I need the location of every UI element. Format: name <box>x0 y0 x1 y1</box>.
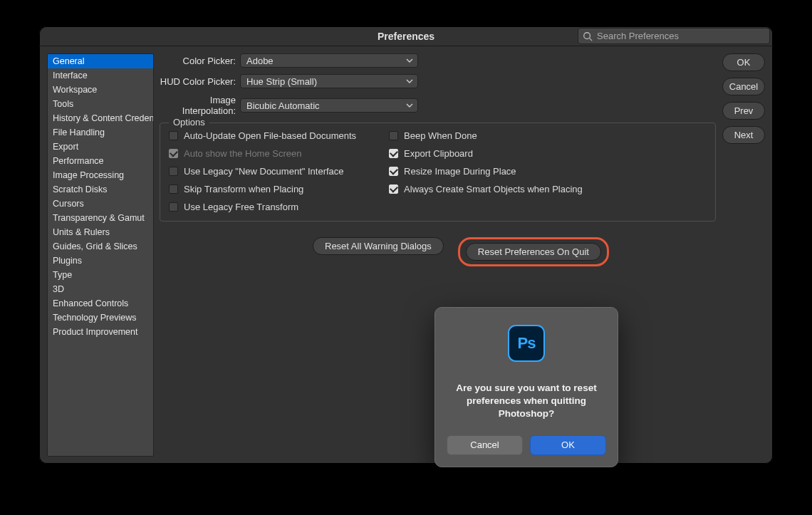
sidebar-item[interactable]: General <box>48 54 153 68</box>
sidebar-item[interactable]: Product Improvement <box>48 325 153 339</box>
hud-color-picker-value: Hue Strip (Small) <box>246 76 317 87</box>
dialog-body: GeneralInterfaceWorkspaceToolsHistory & … <box>39 46 773 464</box>
sidebar-item[interactable]: Interface <box>48 68 153 83</box>
options-left-column: Auto-Update Open File-based DocumentsAut… <box>169 130 356 212</box>
sidebar-item[interactable]: History & Content Credentials <box>48 111 153 125</box>
color-picker-label: Color Picker: <box>160 56 240 66</box>
search-input[interactable] <box>597 31 765 41</box>
option-checkbox-row[interactable]: Always Create Smart Objects when Placing <box>389 184 583 194</box>
checkbox-icon <box>169 184 178 194</box>
main-panel: Color Picker: Adobe HUD Color Picker: Hu… <box>160 53 765 457</box>
image-interpolation-value: Bicubic Automatic <box>246 100 320 111</box>
chevron-down-icon <box>406 78 413 85</box>
prev-button[interactable]: Prev <box>722 102 765 120</box>
checkbox-icon <box>389 184 398 194</box>
photoshop-app-icon: Ps <box>508 325 545 362</box>
sidebar-item[interactable]: Units & Rulers <box>48 225 153 239</box>
right-button-column: OK Cancel Prev Next <box>722 53 765 144</box>
option-label: Beep When Done <box>404 130 477 141</box>
color-picker-value: Adobe <box>246 56 274 66</box>
option-checkbox-row[interactable]: Resize Image During Place <box>389 166 583 177</box>
hud-color-picker-select[interactable]: Hue Strip (Small) <box>240 74 418 88</box>
option-label: Auto-Update Open File-based Documents <box>184 130 356 141</box>
modal-cancel-button[interactable]: Cancel <box>447 435 523 455</box>
sidebar-item[interactable]: Transparency & Gamut <box>48 211 153 225</box>
option-label: Auto show the Home Screen <box>184 148 301 159</box>
cancel-button[interactable]: Cancel <box>722 78 765 95</box>
option-checkbox-row[interactable]: Auto-Update Open File-based Documents <box>169 130 356 141</box>
sidebar-item[interactable]: Technology Previews <box>48 311 153 325</box>
options-right-column: Beep When DoneExport ClipboardResize Ima… <box>389 130 583 212</box>
checkbox-icon <box>169 131 178 140</box>
modal-button-row: Cancel OK <box>447 435 606 455</box>
sidebar-item[interactable]: Export <box>48 140 153 154</box>
option-checkbox-row: Auto show the Home Screen <box>169 148 356 159</box>
svg-point-0 <box>584 32 590 38</box>
option-label: Resize Image During Place <box>404 166 516 177</box>
option-checkbox-row[interactable]: Beep When Done <box>389 130 583 141</box>
titlebar: Preferences <box>39 26 773 46</box>
color-picker-select[interactable]: Adobe <box>240 53 418 68</box>
image-interpolation-select[interactable]: Bicubic Automatic <box>240 98 418 113</box>
sidebar-item[interactable]: File Handling <box>48 125 153 140</box>
checkbox-icon <box>389 167 398 176</box>
option-label: Skip Transform when Placing <box>184 184 303 194</box>
sidebar-item[interactable]: Performance <box>48 154 153 168</box>
checkbox-icon <box>389 149 398 158</box>
sidebar-item[interactable]: Guides, Grid & Slices <box>48 239 153 254</box>
highlight-ring: Reset Preferences On Quit <box>458 237 609 266</box>
sidebar-item[interactable]: Image Processing <box>48 168 153 182</box>
search-icon <box>583 31 593 41</box>
sidebar-item[interactable]: Enhanced Controls <box>48 296 153 311</box>
sidebar-item[interactable]: Cursors <box>48 197 153 211</box>
options-group: Options Auto-Update Open File-based Docu… <box>160 123 716 222</box>
reset-warning-dialogs-button[interactable]: Reset All Warning Dialogs <box>313 237 444 255</box>
search-field-wrap[interactable] <box>578 28 770 44</box>
modal-message: Are you sure you want to reset preferenc… <box>447 382 606 421</box>
option-label: Always Create Smart Objects when Placing <box>404 184 583 194</box>
modal-ok-button[interactable]: OK <box>530 435 606 455</box>
option-label: Use Legacy Free Transform <box>184 202 298 212</box>
ok-button[interactable]: OK <box>722 53 765 71</box>
checkbox-icon <box>389 131 398 140</box>
preferences-dialog: Preferences GeneralInterfaceWorkspaceToo… <box>39 26 773 464</box>
sidebar-item[interactable]: Plugins <box>48 254 153 268</box>
chevron-down-icon <box>406 102 413 109</box>
sidebar-item[interactable]: Tools <box>48 97 153 111</box>
reset-buttons-row: Reset All Warning Dialogs Reset Preferen… <box>313 237 765 266</box>
sidebar-item[interactable]: Workspace <box>48 83 153 97</box>
option-label: Use Legacy "New Document" Interface <box>184 166 344 177</box>
option-checkbox-row[interactable]: Export Clipboard <box>389 148 583 159</box>
option-checkbox-row[interactable]: Use Legacy Free Transform <box>169 202 356 212</box>
checkbox-icon <box>169 202 178 212</box>
options-legend: Options <box>169 117 209 128</box>
checkbox-icon <box>169 167 178 176</box>
reset-preferences-on-quit-button[interactable]: Reset Preferences On Quit <box>466 243 601 261</box>
sidebar-item[interactable]: 3D <box>48 282 153 296</box>
checkbox-icon <box>169 149 178 158</box>
sidebar-item[interactable]: Scratch Disks <box>48 182 153 197</box>
next-button[interactable]: Next <box>722 126 765 144</box>
option-checkbox-row[interactable]: Skip Transform when Placing <box>169 184 356 194</box>
confirm-reset-modal: Ps Are you sure you want to reset prefer… <box>434 307 618 467</box>
chevron-down-icon <box>406 57 413 64</box>
hud-color-picker-label: HUD Color Picker: <box>160 76 240 87</box>
image-interpolation-label: Image Interpolation: <box>160 95 240 116</box>
svg-line-1 <box>590 38 593 41</box>
sidebar: GeneralInterfaceWorkspaceToolsHistory & … <box>47 53 154 457</box>
option-label: Export Clipboard <box>404 148 473 159</box>
sidebar-item[interactable]: Type <box>48 268 153 282</box>
option-checkbox-row[interactable]: Use Legacy "New Document" Interface <box>169 166 356 177</box>
